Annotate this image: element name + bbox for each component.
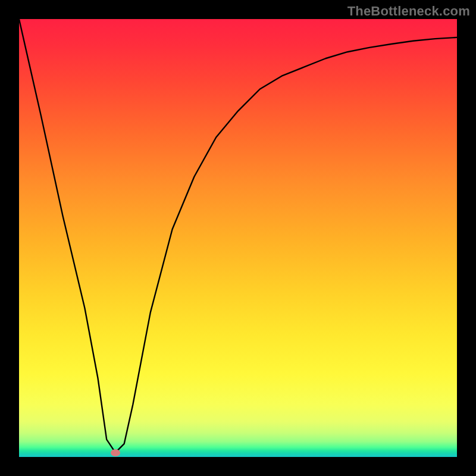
bottleneck-curve xyxy=(19,19,457,457)
plot-area xyxy=(19,19,457,457)
minimum-marker xyxy=(111,449,120,456)
watermark-text: TheBottleneck.com xyxy=(347,4,470,19)
chart-frame: TheBottleneck.com xyxy=(0,0,476,476)
curve-path xyxy=(19,19,457,453)
